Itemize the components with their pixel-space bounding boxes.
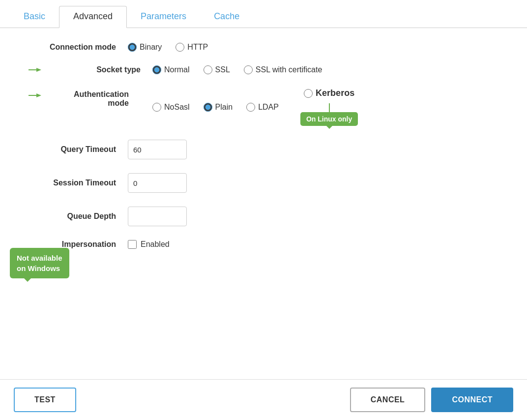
radio-normal-label: Normal — [164, 65, 190, 74]
auth-mode-label: Authentication — [44, 90, 141, 99]
radio-ssl-cert-input[interactable] — [244, 65, 253, 74]
cancel-button[interactable]: CANCEL — [350, 388, 426, 412]
tab-parameters[interactable]: Parameters — [127, 6, 200, 28]
radio-kerberos[interactable]: Kerberos — [304, 88, 354, 98]
svg-marker-1 — [36, 68, 41, 72]
radio-plain-input[interactable] — [204, 103, 212, 112]
kerberos-tooltip-container: On Linux only — [300, 103, 358, 126]
query-timeout-label: Query Timeout — [20, 145, 128, 154]
kerberos-arrow-line — [329, 103, 330, 112]
tab-cache[interactable]: Cache — [200, 6, 253, 28]
radio-nosasl-label: NoSasl — [164, 103, 190, 112]
radio-http-label: HTTP — [187, 43, 208, 52]
footer-left: TEST — [14, 388, 344, 412]
radio-http[interactable]: HTTP — [176, 43, 208, 52]
query-timeout-input[interactable] — [128, 140, 187, 159]
socket-type-label: Socket type — [44, 65, 152, 74]
kerberos-wrap: Kerberos On Linux only — [300, 88, 358, 126]
socket-type-arrow — [29, 66, 42, 73]
socket-type-group: Normal SSL SSL with certificate — [152, 65, 322, 74]
auth-mode-group: NoSasl Plain LDAP Kerberos — [152, 88, 358, 126]
radio-binary-label: Binary — [140, 43, 162, 52]
connection-mode-label: Connection mode — [20, 43, 128, 52]
not-available-tooltip: Not available on Windows — [10, 248, 69, 278]
impersonation-checkbox[interactable] — [128, 240, 137, 249]
radio-http-input[interactable] — [176, 43, 184, 52]
connect-button[interactable]: CONNECT — [431, 388, 513, 412]
radio-nosasl-input[interactable] — [152, 103, 161, 112]
tab-bar: Basic Advanced Parameters Cache — [0, 0, 527, 28]
socket-type-row: Socket type Normal SSL SSL with certific… — [34, 65, 507, 74]
radio-normal-input[interactable] — [152, 65, 161, 74]
auth-mode-label-wrap: Authentication mode — [44, 88, 152, 108]
test-button[interactable]: TEST — [14, 388, 76, 412]
radio-ldap-label: LDAP — [258, 103, 279, 112]
queue-depth-input[interactable] — [128, 207, 187, 226]
content-area: Connection mode Binary HTTP So — [0, 28, 527, 379]
radio-binary-input[interactable] — [128, 43, 137, 52]
connection-mode-group: Binary HTTP — [128, 43, 208, 52]
tab-advanced[interactable]: Advanced — [59, 6, 127, 28]
auth-mode-options: NoSasl Plain LDAP Kerberos — [152, 88, 358, 126]
radio-nosasl[interactable]: NoSasl — [152, 103, 190, 112]
svg-marker-3 — [36, 93, 41, 97]
queue-depth-row: Queue Depth — [20, 207, 507, 226]
auth-mode-arrow — [29, 92, 42, 99]
radio-kerberos-input[interactable] — [304, 89, 313, 98]
radio-ldap-input[interactable] — [246, 103, 255, 112]
impersonation-row: Impersonation Enabled Not available on W… — [20, 240, 507, 249]
session-timeout-input[interactable] — [128, 173, 187, 193]
auth-mode-label2: mode — [44, 99, 141, 108]
impersonation-checkbox-label[interactable]: Enabled — [128, 240, 170, 249]
radio-ldap[interactable]: LDAP — [246, 103, 279, 112]
footer: TEST CANCEL CONNECT — [0, 379, 527, 420]
radio-plain[interactable]: Plain — [204, 103, 233, 112]
auth-mode-row: Authentication mode NoSasl Plain LDAP — [34, 88, 507, 126]
query-timeout-row: Query Timeout — [20, 140, 507, 159]
session-timeout-row: Session Timeout — [20, 173, 507, 193]
impersonation-enabled-label: Enabled — [141, 240, 170, 249]
radio-ssl-cert-label: SSL with certificate — [256, 65, 322, 74]
radio-normal[interactable]: Normal — [152, 65, 190, 74]
radio-ssl-input[interactable] — [204, 65, 212, 74]
tab-basic[interactable]: Basic — [10, 6, 59, 28]
radio-kerberos-label: Kerberos — [316, 88, 354, 98]
radio-plain-label: Plain — [215, 103, 233, 112]
radio-ssl-label: SSL — [215, 65, 230, 74]
radio-ssl[interactable]: SSL — [204, 65, 230, 74]
session-timeout-label: Session Timeout — [20, 179, 128, 187]
radio-binary[interactable]: Binary — [128, 43, 162, 52]
radio-ssl-cert[interactable]: SSL with certificate — [244, 65, 322, 74]
kerberos-tooltip: On Linux only — [300, 112, 358, 126]
connection-mode-row: Connection mode Binary HTTP — [20, 43, 507, 52]
queue-depth-label: Queue Depth — [20, 212, 128, 221]
